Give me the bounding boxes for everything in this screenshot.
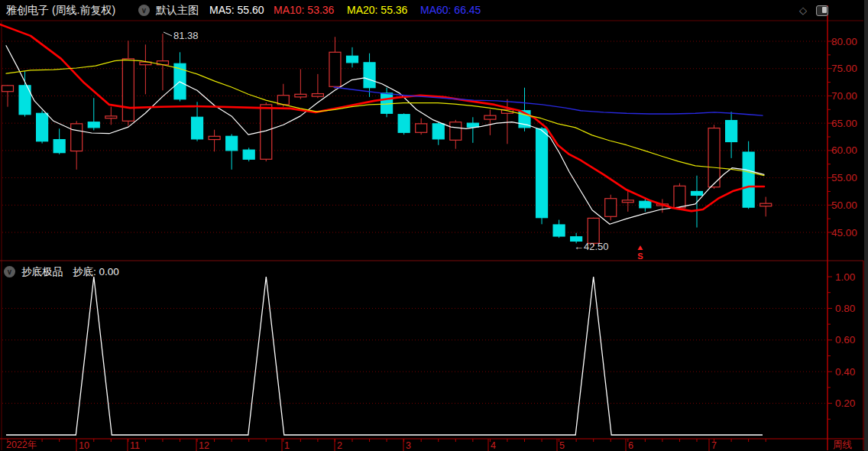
period-label[interactable]: 周线 xyxy=(833,440,852,450)
ma20-value: MA20: 55.36 xyxy=(347,4,407,16)
price-axis-label: 80.00 xyxy=(831,36,857,47)
chevron-down-icon[interactable]: ∨ xyxy=(4,266,15,277)
candle[interactable] xyxy=(209,136,220,139)
candle[interactable] xyxy=(312,94,323,97)
indicator-axis-label: 0.40 xyxy=(835,366,855,378)
candle[interactable] xyxy=(88,122,99,128)
indicator-name: 抄底极品 xyxy=(21,266,63,278)
candle[interactable] xyxy=(674,186,685,208)
right-scroll-strip[interactable] xyxy=(864,0,868,451)
diamond-icon[interactable]: ◇ xyxy=(799,5,807,15)
candle[interactable] xyxy=(295,94,306,97)
month-label: 5 xyxy=(559,440,565,451)
price-annotation: ←42.50 xyxy=(574,241,609,252)
stock-title: 雅创电子 (周线.前复权) xyxy=(6,4,115,16)
candle[interactable] xyxy=(2,86,14,92)
main-overlay-selector[interactable]: 默认主图 xyxy=(156,4,199,16)
price-axis-label: 55.00 xyxy=(831,172,857,183)
month-label: 3 xyxy=(406,440,411,451)
indicator-axis-label: 0.60 xyxy=(835,334,855,346)
candle[interactable] xyxy=(71,124,83,151)
candle[interactable] xyxy=(743,152,754,207)
ma5-value: MA5: 55.60 xyxy=(209,4,264,16)
candle[interactable] xyxy=(192,117,203,139)
candle[interactable] xyxy=(450,122,462,141)
candle[interactable] xyxy=(416,124,427,132)
candle[interactable] xyxy=(760,203,772,206)
price-annotation: 81.38 xyxy=(173,30,199,41)
candle[interactable] xyxy=(364,63,375,88)
month-label: 11 xyxy=(130,440,140,451)
year-label: 2022年 xyxy=(6,440,37,450)
ma10-value: MA10: 53.36 xyxy=(274,4,334,16)
month-label: 4 xyxy=(491,440,496,451)
candle[interactable] xyxy=(381,93,393,113)
candle[interactable] xyxy=(432,124,444,139)
candle[interactable] xyxy=(53,140,65,153)
indicator-reading: 抄底: 0.00 xyxy=(73,266,119,278)
stock-chart-window: 80.0075.0070.0065.0060.0055.0050.0045.00… xyxy=(0,0,868,451)
candle[interactable] xyxy=(708,128,720,187)
ma60-line xyxy=(334,87,763,115)
month-label: 10 xyxy=(79,440,89,451)
time-axis: 1011121234567 xyxy=(8,439,766,451)
chevron-down-icon[interactable]: ∨ xyxy=(138,5,150,16)
candle[interactable] xyxy=(37,113,48,141)
ma60-value: MA60: 66.45 xyxy=(420,4,481,16)
candle[interactable] xyxy=(484,115,496,119)
indicator-axis-label: 1.00 xyxy=(835,271,855,283)
month-label: 1 xyxy=(284,440,290,451)
price-axis-label: 45.00 xyxy=(831,227,857,238)
signal-arrow-icon xyxy=(638,245,643,250)
candle[interactable] xyxy=(398,115,410,133)
candle[interactable] xyxy=(691,191,703,195)
candle[interactable] xyxy=(640,201,651,208)
ma20-line xyxy=(6,60,764,175)
month-label: 2 xyxy=(337,440,342,451)
candle[interactable] xyxy=(329,52,341,86)
candle[interactable] xyxy=(105,116,117,118)
candle[interactable] xyxy=(605,199,617,217)
candle[interactable] xyxy=(347,56,358,63)
indicator-axis-label: 0.80 xyxy=(835,303,855,314)
candle[interactable] xyxy=(588,218,599,243)
price-axis-label: 50.00 xyxy=(831,200,857,211)
candle[interactable] xyxy=(122,59,134,121)
ma5-line xyxy=(6,46,764,225)
price-axis-labels: 80.0075.0070.0065.0060.0055.0050.0045.00… xyxy=(831,36,857,410)
price-axis-label: 65.00 xyxy=(831,118,857,129)
indicator-spike-line xyxy=(6,277,763,435)
candles[interactable] xyxy=(2,34,772,246)
candle[interactable] xyxy=(622,200,633,203)
candle[interactable] xyxy=(726,121,737,142)
candle[interactable] xyxy=(467,123,478,127)
indicator-axis-label: 0.20 xyxy=(835,397,855,409)
candle[interactable] xyxy=(553,225,565,236)
candle[interactable] xyxy=(226,136,238,151)
month-label: 12 xyxy=(199,440,209,451)
panel-toggle-icon[interactable] xyxy=(816,5,828,16)
candle[interactable] xyxy=(243,150,254,159)
month-label: 6 xyxy=(628,440,633,451)
month-label: 7 xyxy=(711,440,717,451)
price-axis-label: 75.00 xyxy=(831,63,857,74)
price-axis-label: 60.00 xyxy=(831,144,857,156)
candle[interactable] xyxy=(536,128,548,217)
signal-marker: S xyxy=(637,251,643,261)
price-chart-canvas[interactable]: 80.0075.0070.0065.0060.0055.0050.0045.00… xyxy=(0,0,868,451)
price-axis-label: 70.00 xyxy=(831,90,857,102)
